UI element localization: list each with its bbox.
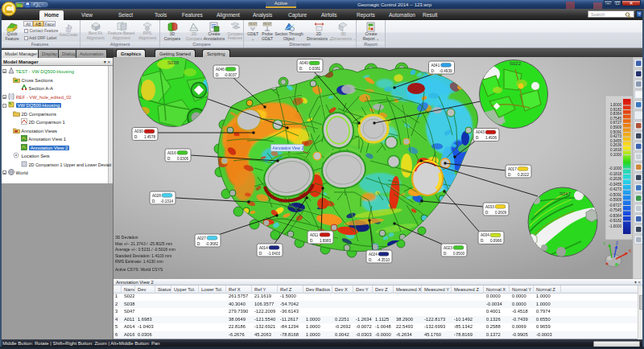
svg-text:0.2609: 0.2609 bbox=[495, 211, 506, 215]
svg-text:Max +/-: 21.3743 / -25.8025 mm: Max +/-: 21.3743 / -25.8025 mm bbox=[115, 241, 172, 246]
svg-text:0.0500: 0.0500 bbox=[453, 252, 464, 256]
svg-text:D:: D: bbox=[134, 135, 138, 139]
svg-text:A040: A040 bbox=[299, 61, 308, 65]
svg-text:-0.7545: -0.7545 bbox=[609, 208, 621, 212]
svg-text:D:: D: bbox=[167, 157, 171, 161]
svg-text:-0.1000: -0.1000 bbox=[609, 166, 621, 170]
svg-text:-0.3455: -0.3455 bbox=[609, 183, 621, 187]
svg-text:A046: A046 bbox=[216, 68, 225, 72]
svg-text:D:: D: bbox=[444, 252, 448, 256]
svg-text:-0.0037: -0.0037 bbox=[224, 73, 237, 77]
svg-text:1.0000: 1.0000 bbox=[610, 103, 621, 107]
svg-text:Annotation View 2: Annotation View 2 bbox=[273, 146, 304, 150]
svg-text:-0.4273: -0.4273 bbox=[609, 187, 621, 191]
svg-text:D:: D: bbox=[508, 173, 512, 177]
svg-text:0.8364: 0.8364 bbox=[610, 112, 621, 116]
svg-text:D:: D: bbox=[299, 67, 303, 71]
svg-text:0.2022: 0.2022 bbox=[518, 173, 529, 177]
svg-text:Average +/-: 0.5231 / -0.5018: Average +/-: 0.5231 / -0.5018 mm bbox=[115, 247, 175, 252]
svg-text:D:: D: bbox=[431, 69, 436, 73]
svg-text:A016: A016 bbox=[167, 151, 176, 155]
svg-text:-0.5909: -0.5909 bbox=[609, 198, 621, 202]
svg-text:1.6983: 1.6983 bbox=[320, 239, 331, 243]
svg-text:A030: A030 bbox=[134, 129, 143, 133]
svg-text:1.4578: 1.4578 bbox=[144, 135, 155, 139]
svg-text:-0.1314: -0.1314 bbox=[160, 199, 173, 203]
svg-text:D:: D: bbox=[485, 211, 489, 215]
svg-text:D:: D: bbox=[369, 258, 373, 262]
svg-text:GD&T: GD&T bbox=[263, 23, 272, 26]
svg-text:A014: A014 bbox=[259, 246, 268, 250]
svg-text:A027: A027 bbox=[197, 236, 206, 240]
svg-text:D:: D: bbox=[476, 136, 480, 140]
svg-text:D:: D: bbox=[310, 239, 314, 243]
svg-text:GD&T: GD&T bbox=[249, 23, 258, 26]
svg-text:3D Deviation: 3D Deviation bbox=[115, 235, 138, 240]
svg-text:S047: S047 bbox=[559, 191, 572, 196]
svg-text:2014: 2014 bbox=[6, 10, 11, 14]
svg-text:0.5091: 0.5091 bbox=[610, 130, 621, 134]
svg-text:0.1818: 0.1818 bbox=[610, 148, 621, 152]
svg-text:-0.6727: -0.6727 bbox=[609, 203, 621, 207]
svg-text:D:: D: bbox=[152, 199, 156, 203]
svg-text:0.3455: 0.3455 bbox=[610, 139, 621, 143]
svg-text:-0.4939: -0.4939 bbox=[440, 69, 452, 73]
svg-text:0.6727: 0.6727 bbox=[610, 121, 621, 125]
svg-text:D:: D: bbox=[216, 73, 220, 77]
svg-text:D:: D: bbox=[259, 252, 263, 256]
svg-text:-0.3682: -0.3682 bbox=[205, 242, 218, 246]
svg-text:0.0966: 0.0966 bbox=[490, 239, 502, 243]
svg-text:D:: D: bbox=[481, 239, 485, 243]
svg-text:-1.0000: -1.0000 bbox=[609, 224, 621, 228]
svg-text:X: X bbox=[629, 248, 632, 253]
svg-text:D:: D: bbox=[197, 242, 201, 246]
svg-text:-0.8364: -0.8364 bbox=[609, 214, 621, 218]
svg-text:S038: S038 bbox=[167, 60, 180, 65]
svg-text:Active CSYS: World CSYS: Active CSYS: World CSYS bbox=[115, 267, 163, 272]
svg-text:RMS Estimate: 1.4130 mm: RMS Estimate: 1.4130 mm bbox=[115, 259, 163, 264]
svg-text:A024: A024 bbox=[369, 253, 378, 257]
svg-text:-0.5091: -0.5091 bbox=[609, 193, 621, 197]
svg-text:S022: S022 bbox=[510, 61, 522, 66]
svg-text:0.2636: 0.2636 bbox=[610, 143, 621, 147]
svg-text:A023: A023 bbox=[444, 246, 452, 250]
svg-text:0.0381: 0.0381 bbox=[309, 67, 320, 71]
svg-text:0.9182: 0.9182 bbox=[610, 108, 621, 112]
svg-text:A011: A011 bbox=[310, 233, 319, 237]
svg-text:A028: A028 bbox=[152, 194, 161, 198]
svg-text:-0.9182: -0.9182 bbox=[609, 219, 621, 223]
svg-text:-0.1818: -0.1818 bbox=[609, 172, 621, 176]
svg-text:0.7545: 0.7545 bbox=[610, 117, 621, 121]
svg-text:A041: A041 bbox=[431, 64, 440, 68]
svg-text:0.1000: 0.1000 bbox=[610, 153, 621, 157]
svg-text:0.0306: 0.0306 bbox=[177, 157, 188, 161]
svg-text:A033: A033 bbox=[485, 205, 494, 209]
svg-text:1.4936: 1.4936 bbox=[485, 136, 497, 140]
svg-text:0.4273: 0.4273 bbox=[610, 134, 621, 138]
svg-text:Y: Y bbox=[603, 241, 606, 246]
svg-text:Standard Deviation: 1.4103 mm: Standard Deviation: 1.4103 mm bbox=[115, 253, 171, 258]
svg-text:-1.0403: -1.0403 bbox=[267, 252, 280, 256]
svg-text:A034: A034 bbox=[481, 233, 489, 237]
svg-text:A043: A043 bbox=[476, 130, 485, 134]
svg-text:-0.2636: -0.2636 bbox=[609, 177, 621, 181]
svg-text:A017: A017 bbox=[508, 167, 517, 171]
svg-text:-4.3510: -4.3510 bbox=[377, 258, 390, 262]
svg-text:0.5909: 0.5909 bbox=[610, 125, 621, 129]
